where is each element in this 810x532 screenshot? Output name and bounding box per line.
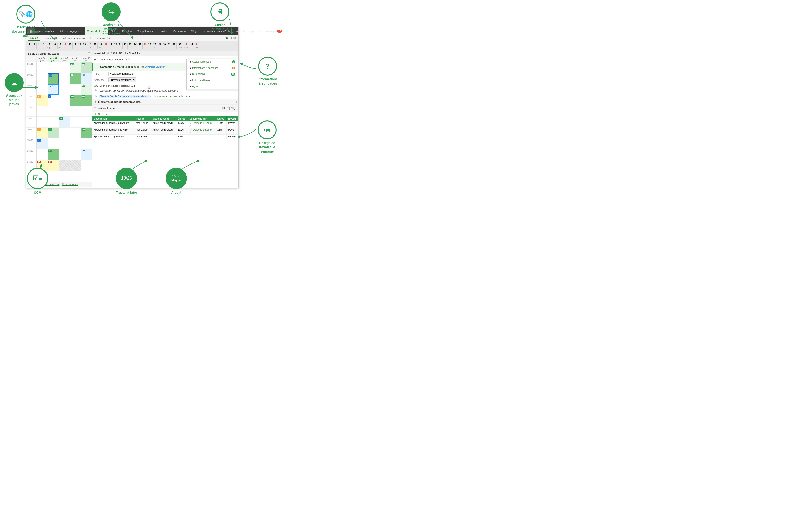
cal-cell-15-wed[interactable] [59, 138, 70, 149]
cal-cell-10-wed[interactable] [59, 84, 70, 95]
date-27[interactable]: 27 [147, 43, 152, 49]
date-12[interactable]: 12 [77, 43, 82, 49]
menu-competences[interactable]: Compétences [134, 28, 155, 35]
attach-2-close[interactable]: ✕ [189, 95, 190, 98]
date-19[interactable]: 19 [109, 43, 113, 49]
cal-cell-16-thu[interactable] [70, 149, 81, 160]
menu-outils[interactable]: Outils pédagogiques [56, 28, 85, 35]
date-4[interactable]: 4 [42, 43, 46, 49]
date-14[interactable]: 14 nov. [87, 43, 93, 49]
date-31[interactable]: 31 [167, 43, 172, 49]
attachment-2[interactable]: http://www.aroundtheworld.com [154, 95, 187, 98]
cal-cell-17-tue[interactable]: 3A [48, 160, 59, 171]
cal-cell-11-mon[interactable]: 5C [37, 95, 48, 106]
date-6[interactable]: 6 [53, 43, 58, 49]
date-22[interactable]: 22 [123, 43, 127, 49]
menu-communication[interactable]: Communication 17 [256, 28, 284, 35]
cal-cell-15-thu[interactable] [70, 138, 81, 149]
cal-cell-08-wed[interactable] [59, 62, 70, 73]
date-23[interactable]: 23 jan. [128, 43, 133, 49]
cal-cell-15-fri[interactable] [81, 138, 92, 149]
cal-cell-16-tue[interactable]: 1B [48, 149, 59, 160]
menu-bulletins[interactable]: Bulletins [120, 28, 134, 35]
cal-cell-09-fri[interactable]: 3C [81, 73, 92, 84]
menu-vie[interactable]: Vie scolaire [171, 28, 189, 35]
dropdown-agenda[interactable]: ▶ Agenda [187, 83, 238, 89]
table-row[interactable]: Spell the word (10 questions) ven. 8 jui… [93, 135, 239, 139]
cal-cell-11-thu[interactable]: 5D [70, 95, 81, 106]
copy-icon[interactable]: 📋 [226, 106, 230, 110]
doc-link-r2[interactable]: Dialogue 1-5.docx [193, 129, 212, 131]
date-34[interactable]: 34 [189, 43, 194, 49]
date-5[interactable]: 5 sept. [46, 43, 53, 49]
cal-cell-12-thu[interactable] [70, 106, 81, 117]
cal-cell-18-thu[interactable] [70, 171, 81, 182]
cal-cell-08-tue[interactable] [48, 62, 59, 73]
cal-cell-09-wed[interactable] [59, 73, 70, 84]
cal-cell-09-thu[interactable]: 5B [70, 73, 81, 84]
cal-cell-16-fri[interactable]: 3A [81, 149, 92, 160]
cal-cell-14-mon[interactable]: 5C [37, 128, 48, 138]
date-24[interactable]: 24 [133, 43, 138, 49]
submenu-vision[interactable]: Vision élève [94, 35, 113, 41]
date-13[interactable]: 13 [82, 43, 87, 49]
cal-cell-08-thu[interactable]: 3C [70, 62, 81, 73]
cal-cell-08-mon[interactable] [37, 62, 48, 73]
cal-cell-18-tue[interactable] [48, 171, 59, 182]
cal-cell-12-wed[interactable] [59, 106, 70, 117]
submenu-liste[interactable]: Liste des devoirs sur table [59, 35, 94, 41]
cal-cell-10-thu[interactable] [70, 84, 81, 95]
date-2[interactable]: 2 [32, 43, 37, 49]
date-20[interactable]: 20 [113, 43, 118, 49]
date-28[interactable]: 28 fév. [152, 43, 158, 49]
cal-cell-15-tue[interactable] [48, 138, 59, 149]
settings-icon[interactable]: ⚙ [222, 106, 225, 110]
cal-cell-16-mon[interactable] [37, 149, 48, 160]
cal-cell-12-fri[interactable] [81, 106, 92, 117]
expand-icon[interactable]: ▶ [94, 58, 98, 61]
date-7[interactable]: 7 oct. [58, 43, 63, 49]
cal-cell-09-mon[interactable] [37, 73, 48, 84]
cal-cell-13-thu[interactable] [70, 117, 81, 128]
cal-cell-18-fri[interactable] [81, 171, 92, 182]
cal-cell-11-tue[interactable]: W [48, 95, 59, 106]
cal-cell-11-wed[interactable] [59, 95, 70, 106]
cal-cell-13-mon[interactable] [37, 117, 48, 128]
cal-cell-15-mon[interactable]: 3C [37, 138, 48, 149]
cal-cell-13-wed[interactable]: 3B [59, 117, 70, 128]
tool-icon-1[interactable]: 📋 [147, 85, 151, 89]
cal-cell-10-fri[interactable]: 5C [81, 84, 92, 95]
cal-cell-09-tue[interactable]: 5D [48, 73, 59, 84]
dropdown-casier[interactable]: ▶ Casier numérique 3 [187, 59, 238, 65]
cal-cell-13-fri[interactable] [81, 117, 92, 128]
date-21[interactable]: 21 [118, 43, 123, 49]
cal-cell-14-thu[interactable] [70, 128, 81, 138]
menu-stage[interactable]: Stage [189, 28, 200, 35]
cal-cell-18-wed[interactable] [59, 171, 70, 182]
date-29[interactable]: 29 [158, 43, 162, 49]
menu-emploi[interactable]: Emploi du temps [232, 28, 256, 35]
cal-cell-16-wed[interactable] [59, 149, 70, 160]
cal-cell-12-tue[interactable] [48, 106, 59, 117]
date-15[interactable]: 15 [93, 43, 98, 49]
cal-cell-10-tue[interactable]: 5D [48, 84, 59, 95]
cal-cell-12-mon[interactable] [37, 106, 48, 117]
table-row[interactable]: Apprendre les répliques de Kate mar. 12 … [93, 128, 239, 135]
plus-icon[interactable]: + [95, 65, 99, 69]
cal-cell-11-fri[interactable]: 5D [81, 95, 92, 106]
date-3[interactable]: 3 [37, 43, 42, 49]
date-10[interactable]: 10 [68, 43, 72, 49]
cal-cell-17-fri[interactable] [81, 160, 92, 171]
submenu-recap[interactable]: Récapitulatif [40, 35, 60, 41]
date-32[interactable]: 32 [172, 43, 177, 49]
date-16[interactable]: 16 déc. [98, 43, 104, 49]
date-30[interactable]: 30 [162, 43, 167, 49]
attach-1-close[interactable]: ✕ [147, 95, 149, 98]
add-task-row[interactable]: ⊕ Nouveau [93, 112, 239, 116]
dropdown-listes[interactable]: ▶ Listes de diffusion [187, 77, 238, 83]
next-link[interactable]: Cours suivant » [62, 183, 78, 186]
cal-cell-14-fri[interactable]: 5B [81, 128, 92, 138]
cal-cell-14-wed[interactable] [59, 128, 70, 138]
date-25[interactable]: 25 [138, 43, 143, 49]
date-33[interactable]: 33 mars [177, 43, 183, 49]
